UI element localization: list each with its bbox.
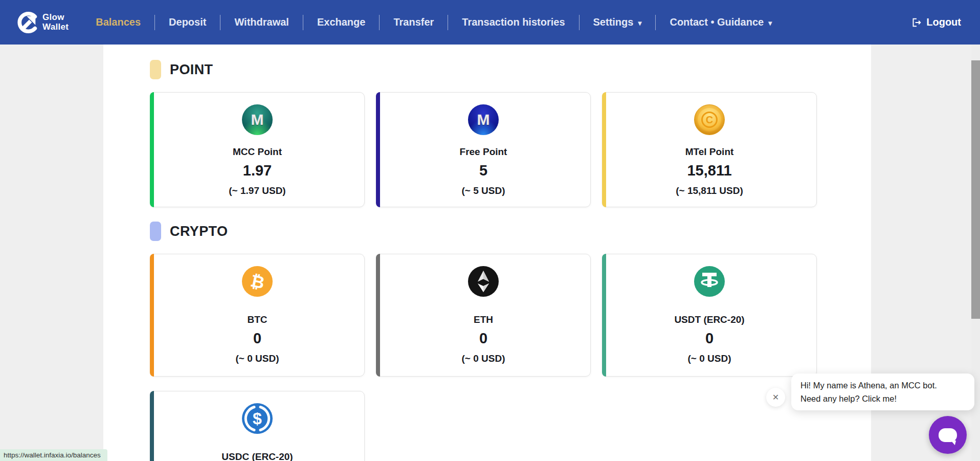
section-marker xyxy=(150,60,161,79)
card-accent-bar xyxy=(376,254,380,377)
nav-item-label: Withdrawal xyxy=(234,16,289,28)
card-currency-name: Free Point xyxy=(460,146,507,158)
svg-text:$: $ xyxy=(253,409,262,428)
logout-icon xyxy=(910,17,922,28)
chevron-down-icon: ▾ xyxy=(638,19,641,27)
eth-icon xyxy=(468,266,499,297)
mcc-point-icon: M xyxy=(242,104,273,135)
card-balance-value: 5 xyxy=(479,162,487,179)
card-usd-equivalent: (~ 0 USD) xyxy=(688,353,731,364)
nav-item-label: Transfer xyxy=(393,16,434,28)
nav-item-settings[interactable]: Settings▾ xyxy=(580,16,656,28)
section-title: CRYPTO xyxy=(170,224,228,239)
nav-item-label: Exchange xyxy=(317,16,365,28)
chat-bubble-icon xyxy=(939,428,957,442)
card-usd-equivalent: (~ 1.97 USD) xyxy=(229,185,285,196)
logo-text: Glow Wallet xyxy=(42,13,69,32)
card-grid-point: MMCC Point1.97(~ 1.97 USD)MFree Point5(~… xyxy=(150,92,817,207)
card-usd-equivalent: (~ 5 USD) xyxy=(462,185,505,196)
card-accent-bar xyxy=(376,92,380,207)
logo-line1: Glow xyxy=(42,13,69,22)
card-balance-value: 1.97 xyxy=(243,162,272,179)
balance-card-usdc-erc-20: $USDC (ERC-20) xyxy=(150,391,365,461)
section-heading-crypto: CRYPTO xyxy=(150,222,817,241)
card-usd-equivalent: (~ 0 USD) xyxy=(462,353,505,364)
card-currency-name: USDC (ERC-20) xyxy=(221,451,293,461)
card-accent-bar xyxy=(150,92,154,207)
card-currency-name: ETH xyxy=(474,314,493,325)
coin-letter: ₿ xyxy=(249,272,265,291)
card-currency-name: MTel Point xyxy=(685,146,734,158)
nav-item-balances[interactable]: Balances xyxy=(82,16,154,28)
card-usd-equivalent: (~ 0 USD) xyxy=(236,353,279,364)
coin-letter: M xyxy=(477,111,490,128)
card-accent-bar xyxy=(150,391,154,461)
card-usd-equivalent: (~ 15,811 USD) xyxy=(676,185,743,196)
logout-label: Logout xyxy=(926,16,961,28)
card-balance-value: 0 xyxy=(253,330,261,347)
status-url-tooltip: https://wallet.infaxia.io/balances xyxy=(0,449,107,461)
balance-card-mcc-point: MMCC Point1.97(~ 1.97 USD) xyxy=(150,92,365,207)
nav-item-withdrawal[interactable]: Withdrawal xyxy=(220,16,303,28)
card-accent-bar xyxy=(602,254,606,377)
card-balance-value: 0 xyxy=(479,330,487,347)
top-navigation-bar: Glow Wallet BalancesDepositWithdrawalExc… xyxy=(0,0,980,45)
balance-card-eth: ETH0(~ 0 USD) xyxy=(376,254,591,377)
chat-tooltip[interactable]: Hi! My name is Athena, an MCC bot. Need … xyxy=(791,374,974,410)
coin-letter: C xyxy=(701,112,718,128)
nav-item-exchange[interactable]: Exchange xyxy=(303,16,379,28)
nav-item-contact-guidance[interactable]: Contact • Guidance▾ xyxy=(656,16,786,28)
chat-launcher-button[interactable] xyxy=(929,416,967,454)
balance-card-btc: ₿BTC0(~ 0 USD) xyxy=(150,254,365,377)
nav-item-label: Settings xyxy=(593,16,634,28)
nav-item-label: Deposit xyxy=(169,16,206,28)
status-url-text: https://wallet.infaxia.io/balances xyxy=(4,451,101,459)
card-currency-name: USDT (ERC-20) xyxy=(674,314,744,325)
logo-line2: Wallet xyxy=(42,23,69,32)
section-marker xyxy=(150,222,161,241)
nav-item-label: Balances xyxy=(96,16,141,28)
chat-tooltip-line1: Hi! My name is Athena, an MCC bot. xyxy=(800,379,965,392)
usdc-icon: $ xyxy=(242,403,273,434)
usdt-icon xyxy=(694,266,725,297)
card-currency-name: BTC xyxy=(247,314,267,325)
chevron-down-icon: ▾ xyxy=(768,19,772,27)
balance-card-free-point: MFree Point5(~ 5 USD) xyxy=(376,92,591,207)
scrollbar-thumb[interactable] xyxy=(971,60,980,319)
nav-item-deposit[interactable]: Deposit xyxy=(155,16,220,28)
nav-menu: BalancesDepositWithdrawalExchangeTransfe… xyxy=(82,15,786,30)
chat-tooltip-close-button[interactable]: ✕ xyxy=(766,388,785,407)
nav-item-transfer[interactable]: Transfer xyxy=(380,16,448,28)
card-currency-name: MCC Point xyxy=(233,146,282,158)
chat-tooltip-line2: Need any help? Click me! xyxy=(800,392,965,405)
card-accent-bar xyxy=(150,254,154,377)
mtel-point-icon: C xyxy=(694,104,725,135)
app-logo[interactable]: Glow Wallet xyxy=(15,11,69,34)
card-accent-bar xyxy=(602,92,606,207)
balance-card-usdt-erc-20: USDT (ERC-20)0(~ 0 USD) xyxy=(602,254,817,377)
card-grid-crypto: ₿BTC0(~ 0 USD)ETH0(~ 0 USD)USDT (ERC-20)… xyxy=(150,254,817,461)
free-point-icon: M xyxy=(468,104,499,135)
nav-item-transaction-histories[interactable]: Transaction histories xyxy=(448,16,578,28)
card-balance-value: 0 xyxy=(705,330,714,347)
coin-letter: M xyxy=(251,111,264,128)
card-balance-value: 15,811 xyxy=(687,162,731,179)
nav-item-label: Transaction histories xyxy=(462,16,565,28)
section-heading-point: POINT xyxy=(150,60,817,79)
balance-card-mtel-point: CMTel Point15,811(~ 15,811 USD) xyxy=(602,92,817,207)
main-content-panel: POINTMMCC Point1.97(~ 1.97 USD)MFree Poi… xyxy=(103,45,871,461)
btc-icon: ₿ xyxy=(242,266,273,297)
close-icon: ✕ xyxy=(772,392,779,402)
glow-wallet-logo-icon xyxy=(15,11,39,34)
browser-viewport: Glow Wallet BalancesDepositWithdrawalExc… xyxy=(0,0,980,461)
logout-button[interactable]: Logout xyxy=(910,16,961,28)
section-title: POINT xyxy=(170,62,213,78)
balances-content: POINTMMCC Point1.97(~ 1.97 USD)MFree Poi… xyxy=(103,45,871,461)
nav-item-label: Contact • Guidance xyxy=(670,16,764,28)
